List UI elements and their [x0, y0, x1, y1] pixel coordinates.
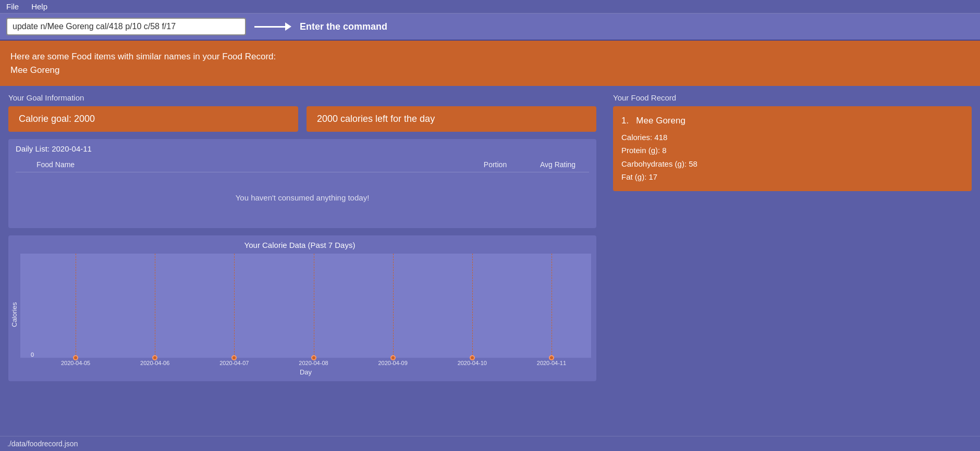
data-point-4	[311, 355, 316, 360]
dashed-line-4	[314, 254, 314, 358]
x-axis-title: Day	[20, 368, 591, 376]
command-hint-label: Enter the command	[300, 21, 387, 32]
dashed-line-3	[234, 254, 235, 358]
dashed-line-7	[552, 254, 552, 358]
chart-y-axis: 0	[20, 254, 36, 358]
dashed-line-2	[155, 254, 155, 358]
food-carbs: Carbohydrates (g): 58	[621, 157, 963, 171]
data-point-6	[470, 355, 475, 360]
goal-section-label: Your Goal Information	[8, 93, 596, 102]
notification-banner: Here are some Food items with similar na…	[0, 41, 980, 86]
col-avg-rating-header: Avg Rating	[526, 160, 589, 169]
col-food-name-header: Food Name	[16, 160, 464, 169]
x-label-5: 2020-04-09	[353, 360, 433, 366]
notification-line1: Here are some Food items with similar na…	[10, 52, 276, 61]
menu-help[interactable]: Help	[31, 2, 47, 11]
x-label-4: 2020-04-08	[274, 360, 353, 366]
notification-line2: Mee Goreng	[10, 65, 60, 75]
chart-area: 0	[20, 254, 591, 376]
chart-wrapper: Calories 0	[8, 254, 591, 376]
command-input[interactable]	[6, 18, 246, 35]
dashed-line-6	[472, 254, 473, 358]
col-portion-header: Portion	[464, 160, 526, 169]
status-bar: ./data/foodrecord.json	[0, 436, 980, 451]
x-label-7: 2020-04-11	[512, 360, 591, 366]
empty-message: You haven't consumed anything today!	[16, 172, 589, 223]
food-name-text: Mee Goreng	[636, 116, 685, 126]
chart-section: Your Calorie Data (Past 7 Days) Calories…	[8, 235, 596, 381]
food-fat: Fat (g): 17	[621, 170, 963, 184]
chart-y-label: Calories	[8, 254, 20, 376]
chart-inner: 0	[20, 254, 591, 358]
right-panel: Your Food Record 1. Mee Goreng Calories:…	[605, 86, 980, 389]
table-header: Food Name Portion Avg Rating	[16, 157, 589, 172]
y-zero: 0	[31, 352, 34, 358]
daily-list-title: Daily List: 2020-04-11	[16, 144, 589, 153]
x-label-2: 2020-04-06	[115, 360, 194, 366]
calories-left-box: 2000 calories left for the day	[307, 106, 596, 132]
food-record-item-1: 1. Mee Goreng Calories: 418 Protein (g):…	[613, 106, 972, 191]
data-point-7	[549, 355, 554, 360]
x-label-1: 2020-04-05	[36, 360, 115, 366]
menu-bar: File Help	[0, 0, 980, 14]
main-content: Your Goal Information Calorie goal: 2000…	[0, 86, 980, 389]
chart-title: Your Calorie Data (Past 7 Days)	[8, 241, 591, 249]
status-text: ./data/foodrecord.json	[7, 440, 78, 448]
food-protein: Protein (g): 8	[621, 144, 963, 157]
x-label-6: 2020-04-10	[433, 360, 512, 366]
goal-row: Calorie goal: 2000 2000 calories left fo…	[8, 106, 596, 132]
data-point-2	[152, 355, 157, 360]
x-label-3: 2020-04-07	[194, 360, 274, 366]
food-record-name: 1. Mee Goreng	[621, 114, 963, 129]
food-record-label: Your Food Record	[613, 93, 972, 102]
data-point-5	[390, 355, 396, 360]
dashed-line-1	[76, 254, 76, 358]
command-arrow-icon	[254, 22, 291, 31]
food-index: 1.	[621, 116, 629, 126]
command-bar: Enter the command	[0, 14, 980, 41]
left-panel: Your Goal Information Calorie goal: 2000…	[0, 86, 605, 389]
chart-plot	[36, 254, 591, 358]
data-point-1	[73, 355, 78, 360]
daily-list-section: Daily List: 2020-04-11 Food Name Portion…	[8, 139, 596, 228]
calorie-goal-box: Calorie goal: 2000	[8, 106, 298, 132]
menu-file[interactable]: File	[6, 2, 19, 11]
data-point-3	[231, 355, 237, 360]
dashed-line-5	[393, 254, 394, 358]
food-calories: Calories: 418	[621, 131, 963, 144]
